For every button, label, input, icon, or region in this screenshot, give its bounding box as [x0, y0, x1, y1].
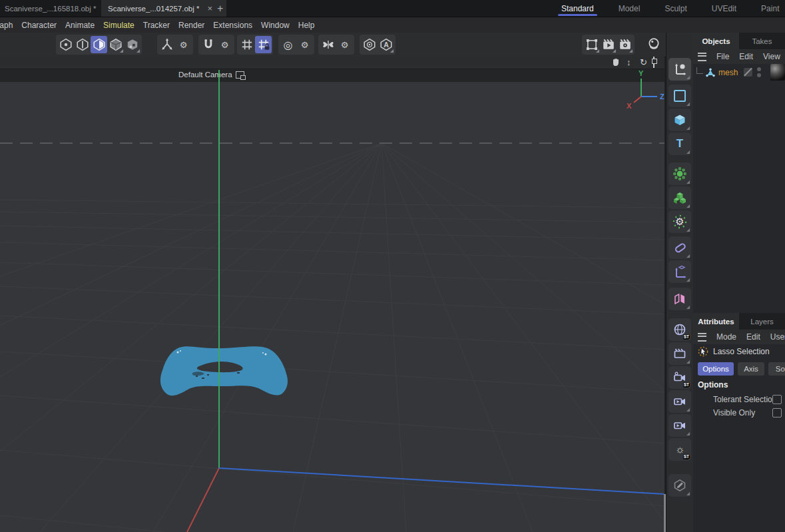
bend-deformer-button[interactable] — [668, 236, 691, 259]
option-tab-soft[interactable]: Soft — [768, 362, 785, 376]
stage-object-button[interactable] — [668, 342, 691, 365]
symmetry-button[interactable] — [320, 36, 336, 53]
text-primitive-button[interactable]: T — [668, 133, 691, 155]
camera-motion-button[interactable] — [668, 414, 691, 437]
camera-target-button[interactable]: ST — [668, 366, 691, 389]
menu-item-simulate[interactable]: Simulate — [103, 21, 134, 30]
cinema4d-window: Scaniverse_...165818.obj * Scaniverse_..… — [0, 0, 785, 532]
layout-tab-uvedit[interactable]: UVEdit — [712, 0, 736, 17]
tab-attributes[interactable]: Attributes — [693, 313, 739, 330]
file-tab-inactive[interactable]: Scaniverse_...165818.obj * — [0, 0, 112, 17]
menu-item-graph[interactable]: Graph — [0, 21, 13, 30]
orbit-icon[interactable]: ↻ — [640, 57, 647, 68]
layout-tab-model[interactable]: Model — [619, 0, 641, 17]
snap-button[interactable] — [200, 36, 216, 53]
menu-item-tracker[interactable]: Tracker — [143, 21, 170, 30]
coordinates-tool-button[interactable] — [668, 58, 691, 81]
model-mode-button[interactable] — [107, 36, 124, 53]
camera-menu[interactable]: Default Camera — [178, 71, 244, 79]
visibility-dots[interactable] — [757, 67, 761, 77]
menu-item-extensions[interactable]: Extensions — [213, 21, 252, 30]
edit-tool-button[interactable] — [668, 474, 691, 497]
hamburger-icon[interactable] — [698, 333, 706, 342]
file-tab-active[interactable]: Scaniverse_...014257.obj * × — [101, 0, 226, 17]
attributes-menu-edit[interactable]: Edit — [746, 332, 760, 342]
menu-item-render[interactable]: Render — [178, 21, 204, 30]
symmetry-settings-button[interactable]: ⚙ — [336, 36, 353, 53]
material-thumbnail[interactable] — [770, 64, 785, 81]
cloner-blocks-icon — [673, 191, 686, 204]
lasso-selection-icon — [698, 346, 708, 357]
viewport-scrollbar[interactable] — [664, 494, 666, 532]
pan-icon[interactable] — [611, 58, 621, 67]
layout-tab-paint[interactable]: Paint — [761, 0, 779, 17]
camera-animated-button[interactable] — [668, 390, 691, 413]
interactive-render-button[interactable] — [645, 35, 662, 53]
particle-emitter-button[interactable] — [668, 162, 691, 185]
points-mode-button[interactable] — [57, 36, 74, 53]
symmetry-object-button[interactable] — [668, 288, 691, 310]
render-picture-viewer-button[interactable] — [600, 36, 617, 53]
layout-tab-sculpt[interactable]: Sculpt — [664, 0, 686, 17]
target-icon: ◎ — [284, 39, 293, 51]
objects-menu-edit[interactable]: Edit — [739, 52, 753, 61]
file-tab-bar: Scaniverse_...165818.obj * Scaniverse_..… — [0, 0, 785, 17]
tab-takes[interactable]: Takes — [739, 33, 785, 49]
spline-primitive-button[interactable] — [668, 85, 691, 107]
viewport[interactable] — [0, 82, 664, 532]
layout-tab-standard[interactable]: Standard — [561, 0, 594, 17]
move-tool-settings-button[interactable]: ⚙ — [175, 36, 192, 53]
target-button[interactable]: ◎ — [280, 36, 296, 53]
maximize-icon[interactable] — [653, 57, 654, 68]
tree-branch — [696, 67, 703, 74]
menu-item-character[interactable]: Character — [21, 21, 57, 30]
snap-settings-button[interactable]: ⚙ — [216, 36, 233, 53]
move-tool-button[interactable] — [158, 36, 175, 53]
emitter-icon — [673, 167, 686, 180]
object-row-mesh[interactable]: mesh — [693, 64, 785, 81]
tolerant-selection-checkbox[interactable] — [772, 395, 782, 404]
tab-objects[interactable]: Objects — [693, 33, 739, 49]
hamburger-icon[interactable] — [698, 53, 706, 61]
render-settings-button[interactable] — [617, 36, 633, 53]
option-tab-options[interactable]: Options — [698, 362, 734, 376]
visible-only-checkbox[interactable] — [772, 408, 782, 417]
menu-bar: Graph Character Animate Simulate Tracker… — [0, 17, 785, 33]
light-object-button[interactable]: ☼ ST — [668, 438, 691, 461]
sky-object-button[interactable]: ST — [668, 318, 691, 341]
svg-text:A: A — [384, 41, 389, 49]
render-region-button[interactable] — [583, 36, 600, 53]
symmetry-group: ⚙ — [318, 35, 354, 55]
menu-item-help[interactable]: Help — [298, 21, 315, 30]
tolerant-selection-label: Tolerant Selection — [713, 395, 776, 404]
dolly-icon[interactable]: ↕ — [627, 57, 631, 68]
workplane-button[interactable] — [668, 260, 691, 283]
render-group — [582, 35, 635, 55]
objects-menu-file[interactable]: File — [716, 52, 729, 61]
tab-layers[interactable]: Layers — [739, 313, 785, 330]
points-mode-icon — [59, 38, 73, 51]
option-tab-axis[interactable]: Axis — [738, 362, 764, 376]
menu-item-window[interactable]: Window — [261, 21, 290, 30]
cube-primitive-button[interactable] — [668, 109, 691, 131]
grid-button[interactable] — [238, 36, 255, 53]
texture-mode-button[interactable] — [124, 36, 140, 53]
new-tab-button[interactable]: + — [217, 0, 223, 17]
grid-lock-button[interactable] — [255, 36, 272, 53]
menu-item-animate[interactable]: Animate — [65, 21, 95, 30]
auto-mode-button[interactable]: A — [378, 36, 394, 53]
mograph-cloner-button[interactable] — [668, 186, 691, 209]
edges-mode-button[interactable] — [74, 36, 91, 53]
attributes-menu-userdata[interactable]: User D — [770, 332, 785, 342]
solo-mode-button[interactable] — [361, 36, 378, 53]
polygons-mode-button[interactable] — [91, 36, 107, 53]
simulation-button[interactable]: ⚙ — [668, 210, 691, 233]
close-tab-icon[interactable]: × — [207, 4, 212, 13]
objects-menu-view[interactable]: View — [763, 52, 780, 61]
target-settings-button[interactable]: ⚙ — [296, 36, 313, 53]
attributes-menu-mode[interactable]: Mode — [716, 332, 736, 342]
move-tool-icon — [160, 38, 174, 51]
tool-title-row: Lasso Selection — [698, 346, 770, 357]
edit-toggle-icon[interactable] — [744, 68, 752, 77]
butterfly-icon — [322, 38, 335, 51]
